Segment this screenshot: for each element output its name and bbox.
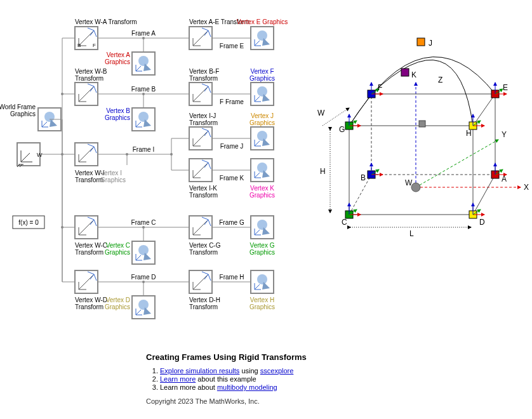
frame-e: Frame E	[220, 43, 244, 50]
frame-g: Frame G	[219, 219, 244, 226]
port-w: W	[37, 152, 43, 158]
svg-point-108	[411, 183, 420, 192]
svg-text:W: W	[317, 109, 325, 117]
lbl-bf: Vertex B-FTransform	[189, 68, 219, 82]
lbl-wb: Vertex W-BTransform	[75, 68, 107, 82]
frame-a: Frame A	[131, 30, 156, 37]
svg-line-58	[473, 94, 495, 126]
footer-item-2: Learn more about this example	[160, 375, 400, 383]
svg-point-35	[61, 226, 63, 229]
frame-c: Frame C	[131, 219, 156, 226]
svg-text:F: F	[378, 83, 382, 92]
cube-view: X Y Z J K C D G H B A F E W W H L	[317, 38, 529, 238]
svg-text:Y: Y	[502, 130, 507, 139]
link-explore[interactable]: Explore simulation results	[160, 367, 239, 375]
svg-text:L: L	[409, 229, 414, 238]
lbl-gg: Vertex GGraphics	[249, 242, 275, 256]
lbl-wd: Vertex W-DTransform	[75, 296, 107, 310]
svg-point-18	[61, 93, 63, 95]
frame-f: F Frame	[220, 98, 244, 105]
lbl-ij: Vertex I-JTransform	[189, 112, 218, 126]
lbl-ig: Vertex IGraphics	[100, 170, 126, 183]
svg-text:J: J	[429, 39, 432, 48]
svg-text:K: K	[411, 70, 416, 79]
svg-line-47	[416, 140, 498, 187]
lbl-cg2: Vertex C-GTransform	[189, 242, 221, 256]
footer-item-3: Learn more about multibody modeling	[160, 383, 400, 391]
lbl-eg: Vertex E Graphics	[237, 18, 288, 25]
svg-text:D: D	[479, 218, 485, 227]
block-ij-transform[interactable]	[189, 127, 212, 150]
footer-item-1: Explore simulation results using sscexpl…	[160, 367, 400, 375]
lbl-cg: Vertex CGraphics	[105, 242, 130, 256]
block-e-graphics[interactable]	[251, 27, 274, 50]
svg-text:W: W	[405, 178, 413, 187]
svg-text:Z: Z	[438, 76, 442, 84]
copyright: Copyright 2023 The MathWorks, Inc.	[146, 397, 400, 405]
lbl-dg: Vertex DGraphics	[105, 296, 130, 310]
svg-rect-67	[419, 121, 425, 127]
block-c-graphics[interactable]	[132, 241, 155, 264]
block-h-graphics[interactable]	[251, 270, 274, 293]
link-sscexplore[interactable]: sscexplore	[260, 367, 294, 375]
block-dh-transform[interactable]	[189, 270, 212, 293]
block-cg-transform[interactable]	[189, 216, 212, 239]
lbl-fg: Vertex FGraphics	[249, 68, 275, 82]
lbl-wc: Vertex W-CTransform	[75, 242, 107, 256]
frame-h: Frame H	[220, 274, 244, 281]
lbl-wa: Vertex W-A Transform	[75, 18, 137, 25]
block-ik-transform[interactable]	[189, 159, 212, 182]
block-b-graphics[interactable]	[132, 108, 155, 131]
footer-title: Creating Frames Using Rigid Transforms	[146, 352, 400, 362]
svg-text:E: E	[503, 83, 508, 92]
block-wc-transform[interactable]	[75, 216, 98, 239]
block-g-graphics[interactable]	[251, 216, 274, 239]
svg-text:B: B	[361, 173, 366, 182]
block-a-graphics[interactable]	[132, 52, 155, 75]
block-wi-transform[interactable]	[75, 143, 98, 166]
svg-text:G: G	[339, 125, 345, 134]
block-j-graphics[interactable]	[251, 127, 274, 150]
fx-label: f(x) = 0	[18, 219, 39, 226]
lbl-hg: Vertex HGraphics	[249, 296, 275, 310]
frame-k: Frame K	[220, 175, 244, 182]
block-bf-transform[interactable]	[189, 83, 212, 105]
svg-text:X: X	[524, 183, 529, 192]
link-multibody[interactable]: multibody modeling	[217, 383, 277, 391]
lbl-ik: Vertex I-KTransform	[189, 185, 218, 199]
svg-text:H: H	[466, 129, 472, 138]
svg-text:H: H	[320, 167, 326, 176]
link-learn-example[interactable]: Learn more	[160, 375, 196, 383]
lbl-ag: Vertex AGraphics	[105, 51, 130, 65]
lbl-dh: Vertex D-HTransform	[189, 296, 220, 310]
label-world-frame-graphics: World FrameGraphics	[0, 103, 36, 117]
block-wb-transform[interactable]	[75, 83, 98, 105]
lbl-bg: Vertex BGraphics	[105, 107, 130, 121]
block-d-graphics[interactable]	[132, 296, 155, 319]
block-k-graphics[interactable]	[251, 159, 274, 182]
frame-b: Frame B	[131, 86, 156, 93]
footer: Creating Frames Using Rigid Transforms E…	[146, 352, 400, 405]
lbl-kg: Vertex KGraphics	[249, 185, 275, 199]
svg-rect-65	[401, 69, 409, 76]
block-wd-transform[interactable]	[75, 270, 98, 293]
svg-line-56	[473, 175, 495, 215]
lbl-jg: Vertex JGraphics	[249, 112, 275, 126]
frame-i: Frame I	[133, 146, 154, 153]
block-f-graphics[interactable]	[251, 83, 274, 105]
frame-j: Frame J	[220, 143, 244, 150]
svg-text:A: A	[502, 175, 507, 183]
svg-text:C: C	[342, 218, 347, 227]
block-ae-transform[interactable]	[189, 27, 212, 50]
svg-rect-63	[417, 38, 425, 46]
svg-text:B: B	[77, 43, 81, 48]
frame-d: Frame D	[131, 274, 156, 281]
svg-text:F: F	[93, 43, 96, 48]
